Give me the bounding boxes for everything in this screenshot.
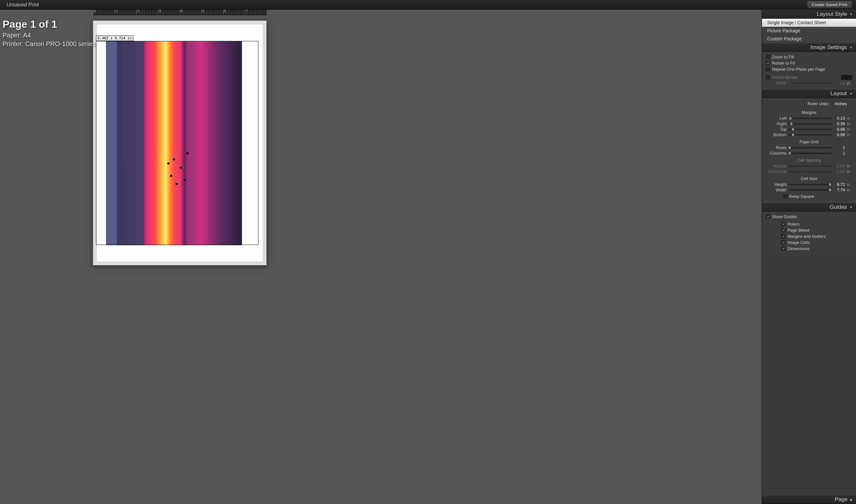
stroke-width-label: Width: [766, 81, 787, 86]
slider-unit: in: [847, 169, 852, 174]
slider-unit: in: [847, 188, 852, 192]
disclosure-triangle-icon: ▼: [850, 46, 853, 49]
show-guides-checkbox[interactable]: [766, 215, 770, 219]
cellsize-height-slider[interactable]: [788, 184, 832, 185]
slider-value: 7.74: [834, 187, 845, 192]
page-preview[interactable]: 6.483 x 9.724 in: [93, 21, 267, 265]
slider-label: Left: [766, 116, 787, 121]
guides-header[interactable]: Guides ▼: [762, 203, 856, 212]
disclosure-triangle-icon: ▼: [850, 13, 853, 16]
slider-value: 1: [834, 145, 845, 150]
guide-cells-checkbox[interactable]: [782, 240, 786, 245]
layout-style-option[interactable]: Custom Package: [762, 35, 856, 43]
cell-size-heading: Cell Size: [766, 176, 852, 181]
margin-bottom-slider[interactable]: [788, 134, 832, 136]
cell-dimensions-label: 6.483 x 9.724 in: [96, 36, 133, 41]
slider-value: 0.00: [834, 164, 845, 168]
repeat-one-photo-label: Repeat One Photo per Page: [772, 67, 825, 72]
zoom-to-fill-label: Zoom to Fill: [772, 55, 794, 59]
cell-spacing-heading: Cell Spacing: [766, 158, 852, 163]
image-settings-header[interactable]: Image Settings ▼: [762, 43, 856, 52]
keep-square-label: Keep Square: [789, 194, 814, 199]
ruler-units-dropdown[interactable]: Inches ⌄: [835, 101, 851, 106]
dropdown-caret-icon: ⌄: [848, 102, 851, 106]
layout-style-option[interactable]: Single Image / Contact Sheet: [762, 19, 856, 27]
stroke-width-slider[interactable]: [788, 83, 832, 84]
grid-columns-slider[interactable]: [788, 152, 832, 154]
rotate-to-fit-checkbox[interactable]: [766, 61, 770, 65]
slider-label: Horizontal: [766, 169, 787, 174]
grid-rows-slider[interactable]: [788, 147, 832, 148]
slider-label: Height: [766, 182, 787, 187]
slider-label: Top: [766, 127, 787, 132]
slider-unit: in: [847, 164, 852, 168]
stroke-width-value: 1.0: [834, 81, 845, 86]
cellspacing-vertical-slider: [788, 165, 832, 167]
layout-style-header[interactable]: Layout Style ▼: [762, 10, 856, 19]
guide-rulers-checkbox[interactable]: [782, 222, 786, 226]
show-guides-label: Show Guides: [772, 214, 797, 219]
paper-info: Paper: A4: [3, 31, 96, 39]
slider-label: Columns: [766, 151, 787, 156]
slider-value: 0.39: [834, 121, 845, 126]
stroke-border-label: Stroke Border: [772, 75, 798, 80]
printer-info: Printer: Canon PRO-1000 series: [3, 40, 96, 48]
slider-label: Bottom: [766, 132, 787, 137]
slider-label: Vertical: [766, 164, 787, 168]
slider-value: 1: [834, 151, 845, 156]
stroke-border-checkbox[interactable]: [766, 75, 770, 79]
margins-heading: Margins: [766, 110, 852, 115]
page-counter: Page 1 of 1: [3, 18, 96, 31]
layout-style-list: Single Image / Contact SheetPicture Pack…: [762, 19, 856, 43]
layout-header[interactable]: Layout ▼: [762, 89, 856, 98]
guide-bleed-label: Page Bleed: [788, 228, 809, 233]
zoom-to-fill-checkbox[interactable]: [766, 55, 770, 59]
disclosure-triangle-icon: ◀: [850, 498, 853, 501]
image-cell-guide: [96, 41, 258, 245]
guide-dims-checkbox[interactable]: [782, 247, 786, 251]
margin-right-slider[interactable]: [788, 123, 832, 125]
guide-margins-checkbox[interactable]: [782, 234, 786, 238]
rotate-to-fit-label: Rotate to Fit: [772, 61, 795, 66]
slider-unit: in: [847, 122, 852, 126]
stroke-border-color-swatch[interactable]: [841, 75, 852, 80]
slider-label: Right: [766, 121, 787, 126]
disclosure-triangle-icon: ▼: [850, 205, 853, 209]
disclosure-triangle-icon: ▼: [850, 92, 853, 95]
cellspacing-horizontal-slider: [788, 171, 832, 172]
guide-cells-label: Image Cells: [788, 240, 810, 245]
slider-unit: in: [847, 132, 852, 137]
margin-left-slider[interactable]: [788, 118, 832, 119]
slider-value: 0.98: [834, 132, 845, 137]
slider-unit: in: [847, 127, 852, 132]
guide-rulers-label: Rulers: [788, 222, 800, 227]
print-title: Unsaved Print: [6, 2, 807, 8]
slider-value: 0.13: [834, 116, 845, 121]
slider-value: 0.00: [834, 169, 845, 174]
stroke-width-unit: pt: [847, 81, 852, 86]
page-grid-heading: Page Grid: [766, 139, 852, 144]
slider-value: 9.72: [834, 182, 845, 187]
slider-unit: in: [847, 116, 852, 121]
keep-square-checkbox[interactable]: [783, 194, 788, 198]
page-panel-header[interactable]: Page ◀: [762, 495, 856, 504]
horizontal-ruler: 012345678: [93, 10, 267, 15]
slider-label: Rows: [766, 145, 787, 150]
guide-bleed-checkbox[interactable]: [782, 228, 786, 232]
print-preview-area: 012345678 6.483 x 9.724 in Page 1 of 1 P…: [0, 10, 762, 504]
guide-margins-label: Margins and Gutters: [788, 234, 826, 239]
slider-value: 0.98: [834, 127, 845, 132]
guide-dims-label: Dimensions: [788, 246, 809, 251]
ruler-units-label: Ruler Units :: [767, 101, 832, 106]
slider-unit: in: [847, 182, 852, 187]
margin-top-slider[interactable]: [788, 129, 832, 130]
cellsize-width-slider[interactable]: [788, 190, 832, 191]
layout-style-option[interactable]: Picture Package: [762, 27, 856, 35]
slider-label: Width: [766, 187, 787, 192]
create-saved-print-button[interactable]: Create Saved Print: [807, 1, 852, 8]
repeat-one-photo-checkbox[interactable]: [766, 67, 770, 71]
